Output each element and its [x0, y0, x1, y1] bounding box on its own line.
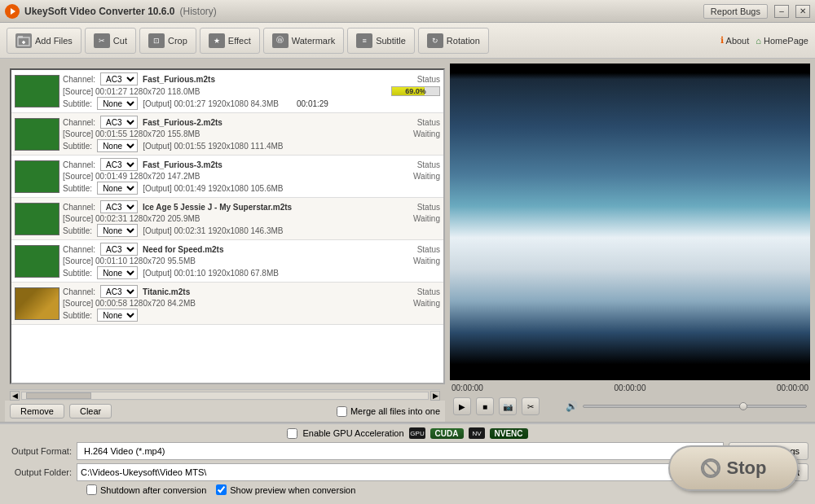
file-info: Channel: AC3 Fast_Furious-3.m2ts Status …: [63, 158, 440, 195]
watermark-button[interactable]: Ⓦ Watermark: [263, 28, 344, 54]
waiting-label: Waiting: [413, 214, 440, 223]
channel-select[interactable]: AC3: [100, 158, 138, 171]
cut-label: Cut: [113, 36, 127, 46]
crop-icon: ⊡: [148, 33, 165, 48]
add-files-icon: [15, 33, 32, 48]
shutdown-label: Shutdown after conversion: [100, 485, 206, 495]
stop-label: Stop: [727, 458, 767, 479]
file-list-scroll[interactable]: Channel: AC3 Fast_Furious.m2ts Status [S…: [11, 70, 443, 383]
status-label: Status: [395, 75, 440, 84]
channel-select[interactable]: AC3: [100, 116, 138, 129]
nvenc-badge: NVENC: [490, 428, 528, 439]
subtitle-label: Subtitle:: [63, 184, 92, 193]
channel-label: Channel:: [63, 203, 95, 212]
file-info: Channel: AC3 Titanic.m2ts Status [Source…: [63, 285, 440, 322]
format-label: Output Format:: [7, 446, 72, 456]
source-info: [Source] 00:01:55 1280x720 155.8MB: [63, 129, 200, 138]
scroll-right-btn[interactable]: ▶: [430, 391, 440, 401]
merge-checkbox[interactable]: [337, 406, 347, 417]
status-label: Status: [395, 245, 440, 254]
crop-button[interactable]: ⊡ Crop: [139, 28, 196, 54]
subtitle-label: Subtitle:: [63, 269, 92, 278]
file-thumbnail: [15, 118, 59, 151]
channel-select[interactable]: AC3: [100, 243, 138, 256]
cut-icon: ✂: [94, 33, 110, 48]
playback-controls: ▶ ■ 📷 ✂ 🔊: [450, 396, 810, 417]
folder-label: Output Folder:: [7, 467, 72, 477]
volume-handle[interactable]: [739, 402, 747, 410]
nvenc-label: NVENC: [495, 429, 523, 438]
minimize-button[interactable]: –: [774, 5, 789, 18]
cut-button[interactable]: ✂ Cut: [85, 28, 136, 54]
merge-checkbox-container: Merge all files into one: [337, 406, 440, 417]
preview-panel: 00:00:00 00:00:00 00:00:00 ▶ ■ 📷 ✂ 🔊: [450, 64, 810, 417]
subtitle-select[interactable]: None: [97, 182, 138, 195]
hscroll-track[interactable]: [21, 392, 429, 400]
channel-select[interactable]: AC3: [100, 72, 138, 85]
scroll-left-btn[interactable]: ◀: [10, 391, 20, 401]
homepage-link[interactable]: ⌂ HomePage: [756, 36, 808, 46]
status-label: Status: [395, 160, 440, 169]
shutdown-checkbox[interactable]: [86, 484, 97, 495]
rotation-button[interactable]: ↻ Rotation: [418, 28, 489, 54]
waiting-label: Waiting: [413, 256, 440, 265]
time-total: 00:00:00: [615, 383, 646, 392]
rotation-label: Rotation: [447, 36, 480, 46]
snapshot-button[interactable]: 📷: [499, 397, 517, 415]
channel-select[interactable]: AC3: [100, 200, 138, 213]
file-name: Fast_Furious-2.m2ts: [143, 118, 390, 127]
hscroll-thumb[interactable]: [26, 392, 91, 399]
output-info: [Output] 00:01:49 1920x1080 105.6MB: [143, 184, 283, 193]
title-right: Report Bugs – ✕: [703, 4, 810, 19]
format-select[interactable]: H.264 Video (*.mp4): [77, 442, 724, 460]
folder-input[interactable]: [77, 463, 674, 481]
source-info: [Source] 00:01:49 1280x720 147.2MB: [63, 172, 200, 181]
file-thumbnail: [15, 245, 59, 278]
subtitle-select[interactable]: None: [97, 139, 138, 152]
subtitle-select[interactable]: None: [97, 309, 138, 322]
show-preview-checkbox[interactable]: [216, 484, 227, 495]
report-bugs-button[interactable]: Report Bugs: [703, 4, 768, 19]
shutdown-option: Shutdown after conversion: [86, 484, 206, 495]
effect-button[interactable]: ★ Effect: [200, 28, 260, 54]
merge-label: Merge all files into one: [350, 406, 440, 416]
gpu-label: Enable GPU Acceleration: [302, 428, 403, 438]
channel-select[interactable]: AC3: [100, 285, 138, 298]
stop-icon: [701, 458, 720, 478]
clear-button[interactable]: Clear: [69, 404, 112, 419]
about-link[interactable]: ℹ About: [720, 35, 750, 46]
list-item: Channel: AC3 Fast_Furious-2.m2ts Status …: [11, 113, 443, 156]
toolbar-right: ℹ About ⌂ HomePage: [720, 35, 808, 46]
add-files-label: Add Files: [35, 36, 73, 46]
home-icon: ⌂: [756, 36, 761, 46]
remove-button[interactable]: Remove: [10, 404, 64, 419]
svg-text:GPU: GPU: [410, 430, 425, 437]
status-label: Status: [395, 203, 440, 212]
gpu-checkbox[interactable]: [287, 428, 297, 439]
add-files-button[interactable]: Add Files: [7, 28, 82, 54]
list-item: Channel: AC3 Fast_Furious.m2ts Status [S…: [11, 70, 443, 113]
list-item: Channel: AC3 Need for Speed.m2ts Status …: [11, 240, 443, 283]
effect-label: Effect: [228, 36, 251, 46]
clip-button[interactable]: ✂: [522, 397, 540, 415]
play-button[interactable]: ▶: [453, 397, 471, 415]
watermark-icon: Ⓦ: [272, 33, 289, 48]
time-end: 00:00:00: [777, 383, 808, 392]
subtitle-button[interactable]: ≡ Subtitle: [347, 28, 415, 54]
svg-text:NV: NV: [472, 430, 482, 437]
stop-button[interactable]: Stop: [668, 445, 799, 491]
file-list: Channel: AC3 Fast_Furious.m2ts Status [S…: [10, 68, 445, 384]
subtitle-select[interactable]: None: [97, 224, 138, 237]
file-info: Channel: AC3 Ice Age 5 Jessie J - My Sup…: [63, 200, 440, 237]
close-button[interactable]: ✕: [795, 5, 810, 18]
file-name: Titanic.m2ts: [143, 287, 390, 296]
show-preview-option: Show preview when conversion: [216, 484, 355, 495]
subtitle-select[interactable]: None: [97, 266, 138, 279]
horizontal-scrollbar[interactable]: ◀ ▶: [10, 389, 440, 401]
stop-button-ctrl[interactable]: ■: [476, 397, 494, 415]
output-info: [Output] 00:02:31 1920x1080 146.3MB: [143, 226, 283, 235]
volume-slider[interactable]: [583, 405, 807, 408]
subtitle-select[interactable]: None: [97, 97, 138, 110]
svg-rect-3: [18, 36, 23, 38]
homepage-label: HomePage: [764, 36, 808, 46]
